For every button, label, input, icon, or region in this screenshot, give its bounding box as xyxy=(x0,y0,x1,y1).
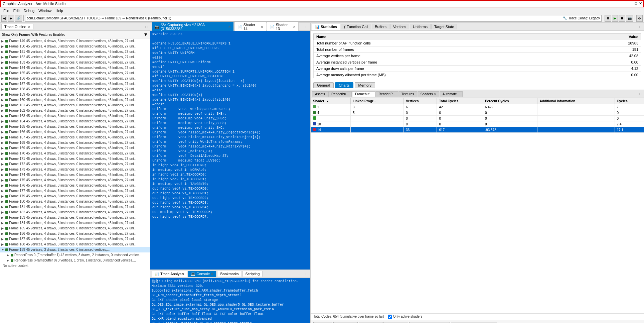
trace-item-149[interactable]: ▶ Frame 149 45 vertices, 4 draws, 3 inst… xyxy=(0,38,150,44)
trace-item-173[interactable]: ▶ Frame 173 45 vertices, 4 draws, 3 inst… xyxy=(0,167,150,172)
trace-item-156[interactable]: ▶ Frame 156 45 vertices, 4 draws, 3 inst… xyxy=(0,76,150,81)
shader-row-empty[interactable]: 0 0 0 0 xyxy=(311,116,644,121)
col-linked[interactable]: Linked Progr... xyxy=(350,98,404,104)
col-cycles[interactable]: Cycles xyxy=(615,98,644,104)
trace-item-163[interactable]: ▶ Frame 163 45 vertices, 4 draws, 3 inst… xyxy=(0,113,150,119)
trace-item-176[interactable]: ▶ Frame 176 45 vertices, 4 draws, 3 inst… xyxy=(0,183,150,188)
shaders-table-container[interactable]: Shader ▲ Linked Progr... Vertices Total … xyxy=(311,98,644,313)
bottom-tab-compute[interactable]: Compute xyxy=(359,322,382,323)
shader-row-14[interactable]: 14 36 617 -93.578 17.1 xyxy=(311,127,644,133)
toolbar-btn-2[interactable]: ▶ xyxy=(8,15,14,22)
trace-item-179[interactable]: ▶ Frame 179 45 vertices, 4 draws, 3 inst… xyxy=(0,194,150,199)
trace-item-169[interactable]: ▶ Frame 169 45 vertices, 4 draws, 3 inst… xyxy=(0,145,150,151)
right-minimize-btn[interactable]: — xyxy=(633,24,638,29)
toolbar-play[interactable]: ▶ xyxy=(612,15,618,22)
toolbar-stop[interactable]: ⏹ xyxy=(619,15,625,22)
toolbar-btn-1[interactable]: ◀ xyxy=(1,15,7,22)
menu-edit[interactable]: Edit xyxy=(11,8,22,13)
console-tab-bookmarks[interactable]: Bookmarks xyxy=(217,271,241,277)
console-tab-trace[interactable]: 📊 Trace Analysis xyxy=(152,271,187,277)
close-btn[interactable]: ✕ xyxy=(639,1,642,6)
shader-row-4[interactable]: 4 5 0 0 0 0 xyxy=(311,110,644,116)
assets-maximize-btn[interactable]: □ xyxy=(639,92,643,96)
trace-item-183[interactable]: ▶ Frame 183 45 vertices, 4 draws, 3 inst… xyxy=(0,215,150,220)
window-controls[interactable]: — □ ✕ xyxy=(629,1,642,6)
trace-item-184[interactable]: ▶ Frame 184 45 vertices, 4 draws, 3 inst… xyxy=(0,220,150,226)
trace-item-155[interactable]: ▶ Frame 155 45 vertices, 4 draws, 3 inst… xyxy=(0,71,150,76)
trace-outline-close[interactable]: ✕ xyxy=(28,25,30,29)
bottom-tab-vertex[interactable]: Vertex xyxy=(313,322,332,323)
trace-item-186[interactable]: ▶ Frame 186 45 vertices, 4 draws, 3 inst… xyxy=(0,231,150,236)
toolbar-capture[interactable]: 📷 xyxy=(626,15,633,22)
console-close[interactable]: ✕ xyxy=(211,272,213,276)
shader-tab-capture[interactable]: 📷 *2> Capturing vivo Y2130A (3156332282.… xyxy=(152,22,234,31)
menu-file[interactable]: File xyxy=(1,8,11,13)
toolbar-record[interactable]: ⏸ xyxy=(605,15,611,22)
console-minimize-btn[interactable]: — xyxy=(299,272,305,276)
asset-tab-textures[interactable]: Textures xyxy=(398,91,417,97)
toolbar-settings[interactable]: ⚙ xyxy=(636,15,643,22)
asset-tab-framebuf[interactable]: Framebuf... xyxy=(352,91,375,97)
trace-item-168[interactable]: ▶ Frame 168 45 vertices, 4 draws, 3 inst… xyxy=(0,140,150,145)
trace-item-160[interactable]: ▶ Frame 160 45 vertices, 4 draws, 3 inst… xyxy=(0,97,150,103)
shader-row-10[interactable]: 10 0 0 0 7.4 xyxy=(311,121,644,127)
trace-item-175[interactable]: ▶ Frame 175 45 vertices, 4 draws, 3 inst… xyxy=(0,178,150,183)
col-additional-info[interactable]: Additional Information xyxy=(537,98,615,104)
asset-tab-assets[interactable]: Assets xyxy=(312,91,328,97)
middle-maximize-btn[interactable]: □ xyxy=(305,24,309,29)
toolbar-btn-3[interactable]: 🔗 xyxy=(15,15,22,22)
trace-item-164[interactable]: ▶ Frame 164 45 vertices, 4 draws, 3 inst… xyxy=(0,119,150,124)
console-tab-scripting[interactable]: Scripting xyxy=(243,271,263,277)
col-percent-cycles[interactable]: Percent Cycles xyxy=(483,98,537,104)
shaders-close-icon[interactable]: ✕ xyxy=(434,92,436,96)
trace-item-188[interactable]: ▶ Frame 188 45 vertices, 4 draws, 3 inst… xyxy=(0,242,150,247)
trace-item-161[interactable]: ▶ Frame 161 45 vertices, 4 draws, 3 inst… xyxy=(0,103,150,108)
shader-tab-13[interactable]: 📄 Shader 13 ✕ xyxy=(267,22,299,31)
bottom-tab-geometry[interactable]: Geometry xyxy=(383,322,408,323)
asset-tab-automate[interactable]: Automate... xyxy=(440,91,463,97)
panel-minimize-btn[interactable]: — xyxy=(139,24,144,29)
bottom-tab-fragment[interactable]: Fragment xyxy=(333,322,358,323)
shader-14-close[interactable]: ✕ xyxy=(261,25,263,29)
shader-tab-14[interactable]: 📄 Shader 14 ✕ xyxy=(234,22,266,31)
asset-tab-renderp[interactable]: Render P... xyxy=(375,91,398,97)
trace-item-180[interactable]: ▶ Frame 180 45 vertices, 4 draws, 3 inst… xyxy=(0,199,150,204)
stats-tab-target-state[interactable]: Target State xyxy=(431,24,457,29)
asset-tab-renderbu[interactable]: Renderbu... xyxy=(328,91,352,97)
middle-minimize-btn[interactable]: — xyxy=(299,24,305,29)
trace-item-177[interactable]: ▶ Frame 177 45 vertices, 4 draws, 3 inst… xyxy=(0,188,150,194)
assets-minimize-btn[interactable]: — xyxy=(633,92,638,96)
console-maximize-btn[interactable]: □ xyxy=(305,272,309,276)
trace-item-renderpass-fb0[interactable]: ▶ RenderPass (Framebuffer 0) 3 vertices,… xyxy=(0,258,150,263)
stats-tab-uniforms[interactable]: Uniforms xyxy=(410,24,431,29)
trace-list[interactable]: ▶ Frame 149 45 vertices, 4 draws, 3 inst… xyxy=(0,38,150,323)
trace-item-174[interactable]: ▶ Frame 174 45 vertices, 4 draws, 3 inst… xyxy=(0,172,150,178)
col-vertices[interactable]: Vertices xyxy=(404,98,437,104)
console-content[interactable]: 信息: Using Mali-T880 2p0 (Mali-T600_r13p0… xyxy=(150,278,310,323)
trace-item-renderpass0[interactable]: ▶ RenderPass 0 (Framebuffer 1) 42 vertic… xyxy=(0,252,150,258)
trace-item-154[interactable]: ▶ Frame 154 45 vertices, 4 draws, 3 inst… xyxy=(0,65,150,71)
asset-tab-shaders[interactable]: Shaders ✕ xyxy=(418,91,439,97)
stats-tab-statistics[interactable]: 📊 Statistics xyxy=(312,24,340,30)
only-active-checkbox[interactable] xyxy=(388,315,392,319)
trace-item-152[interactable]: ▶ Frame 152 45 vertices, 4 draws, 3 inst… xyxy=(0,55,150,60)
trace-item-172[interactable]: ▶ Frame 172 45 vertices, 4 draws, 3 inst… xyxy=(0,162,150,167)
trace-item-165[interactable]: ▶ Frame 165 45 vertices, 4 draws, 3 inst… xyxy=(0,124,150,129)
trace-item-182[interactable]: ▶ Frame 182 45 vertices, 4 draws, 3 inst… xyxy=(0,210,150,215)
shader-code[interactable]: #version 320 es #define HLSLCC_ENABLE_UN… xyxy=(150,31,310,270)
trace-item-181[interactable]: ▶ Frame 181 45 vertices, 4 draws, 3 inst… xyxy=(0,204,150,210)
console-tab-console[interactable]: 💻 Console ✕ xyxy=(188,271,216,277)
menu-help[interactable]: Help xyxy=(53,8,65,13)
maximize-btn[interactable]: □ xyxy=(635,1,637,6)
panel-maximize-btn[interactable]: □ xyxy=(145,24,149,29)
col-shader[interactable]: Shader ▲ xyxy=(311,98,351,104)
shader-13-close[interactable]: ✕ xyxy=(293,25,296,29)
trace-item-157[interactable]: ▶ Frame 157 45 vertices, 4 draws, 3 inst… xyxy=(0,81,150,87)
trace-item-170[interactable]: ▶ Frame 170 45 vertices, 4 draws, 3 inst… xyxy=(0,151,150,156)
shader-row-1[interactable]: 1 3 6 42 6.422 7 xyxy=(311,104,644,110)
trace-item-162[interactable]: ▶ Frame 162 45 vertices, 4 draws, 3 inst… xyxy=(0,108,150,113)
menu-debug[interactable]: Debug xyxy=(22,8,36,13)
trace-item-171[interactable]: ▶ Frame 171 45 vertices, 4 draws, 3 inst… xyxy=(0,156,150,162)
subtab-general[interactable]: General xyxy=(313,82,334,88)
trace-outline-tab[interactable]: Trace Outline ✕ xyxy=(1,24,33,29)
